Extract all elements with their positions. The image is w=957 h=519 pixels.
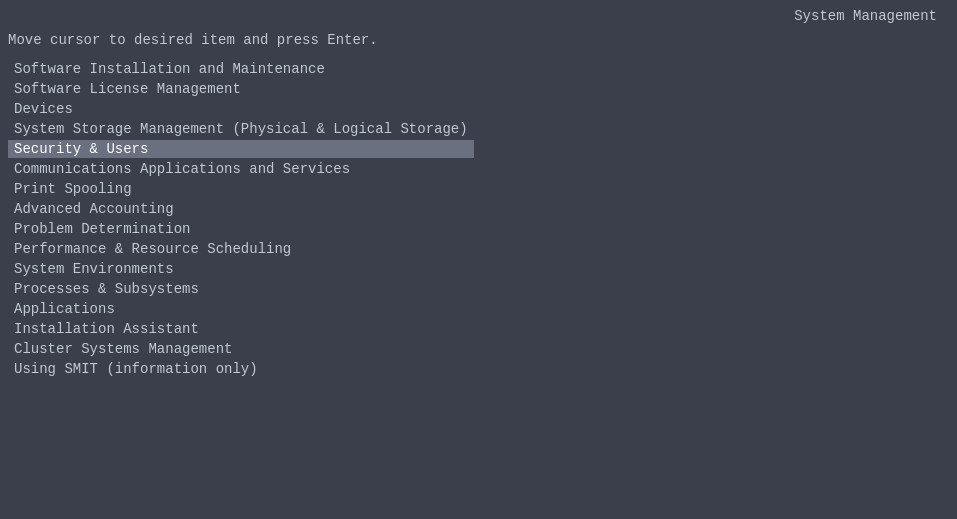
menu-item-problem-determination[interactable]: Problem Determination: [8, 220, 474, 238]
menu-item-system-environments[interactable]: System Environments: [8, 260, 474, 278]
menu-item-advanced-accounting[interactable]: Advanced Accounting: [8, 200, 474, 218]
menu-item-cluster-systems[interactable]: Cluster Systems Management: [8, 340, 474, 358]
menu-item-installation-assistant[interactable]: Installation Assistant: [8, 320, 474, 338]
menu-item-devices[interactable]: Devices: [8, 100, 474, 118]
menu: Software Installation and MaintenanceSof…: [8, 60, 474, 378]
menu-item-security-users[interactable]: Security & Users: [8, 140, 474, 158]
menu-item-system-storage[interactable]: System Storage Management (Physical & Lo…: [8, 120, 474, 138]
menu-item-software-license[interactable]: Software License Management: [8, 80, 474, 98]
menu-item-communications[interactable]: Communications Applications and Services: [8, 160, 474, 178]
menu-item-performance[interactable]: Performance & Resource Scheduling: [8, 240, 474, 258]
menu-item-applications[interactable]: Applications: [8, 300, 474, 318]
menu-item-software-install[interactable]: Software Installation and Maintenance: [8, 60, 474, 78]
screen: System Management Move cursor to desired…: [0, 0, 957, 519]
menu-item-processes-subsystems[interactable]: Processes & Subsystems: [8, 280, 474, 298]
instruction-text: Move cursor to desired item and press En…: [8, 32, 378, 48]
title-bar: System Management: [794, 8, 937, 24]
menu-item-print-spooling[interactable]: Print Spooling: [8, 180, 474, 198]
title-text: System Management: [794, 8, 937, 24]
menu-item-using-smit[interactable]: Using SMIT (information only): [8, 360, 474, 378]
